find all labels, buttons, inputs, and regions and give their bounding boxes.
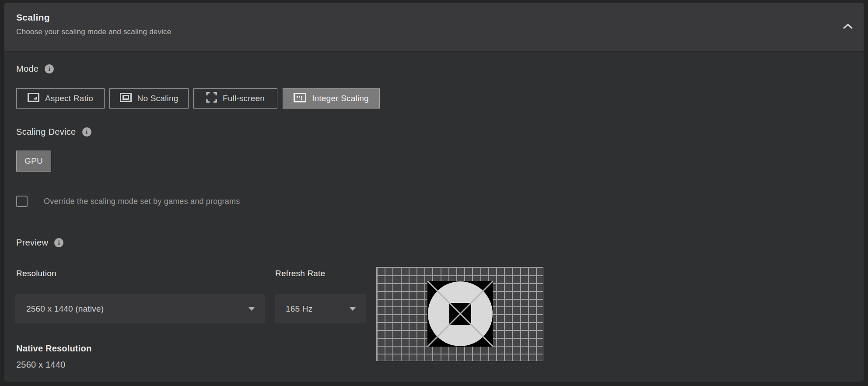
chevron-up-icon (843, 23, 853, 31)
mode-label: Mode (16, 64, 38, 74)
chevron-down-icon (349, 307, 356, 311)
page-subtitle: Choose your scaling mode and scaling dev… (16, 28, 171, 36)
native-resolution-value: 2560 x 1440 (16, 360, 65, 370)
preview-section-label: Preview i (16, 238, 63, 248)
mode-button-full-screen[interactable]: Full-screen (193, 88, 277, 109)
scaling-preview-image (376, 267, 543, 361)
mode-button-label: No Scaling (137, 94, 178, 103)
scaling-settings-panel: Scaling Choose your scaling mode and sca… (4, 3, 864, 382)
collapse-button[interactable] (841, 20, 855, 34)
scaling-device-section-label: Scaling Device i (16, 127, 91, 137)
mode-button-aspect-ratio[interactable]: Aspect Ratio (16, 88, 105, 109)
mode-button-group: Aspect Ratio No Scaling Full-screen (16, 88, 380, 109)
fullscreen-icon (206, 92, 217, 105)
scaling-device-button-gpu[interactable]: GPU (16, 151, 51, 172)
native-resolution-label: Native Resolution (16, 344, 91, 354)
override-checkbox[interactable] (16, 196, 28, 207)
section-header: Scaling Choose your scaling mode and sca… (4, 3, 864, 52)
override-row: Override the scaling mode set by games a… (16, 196, 240, 207)
mode-button-integer-scaling[interactable]: Integer Scaling (283, 88, 380, 109)
test-pattern-graphic (427, 281, 493, 347)
chevron-down-icon (248, 307, 255, 311)
mode-button-label: Full-screen (223, 94, 265, 103)
preview-label: Preview (16, 238, 48, 248)
aspect-ratio-icon (28, 93, 39, 104)
resolution-value: 2560 x 1440 (native) (26, 304, 104, 314)
resolution-label: Resolution (16, 269, 56, 278)
page-title: Scaling (16, 12, 50, 23)
info-icon[interactable]: i (45, 64, 54, 74)
refresh-rate-label: Refresh Rate (275, 269, 325, 278)
integer-scaling-icon (294, 93, 306, 105)
info-icon[interactable]: i (54, 238, 63, 247)
no-scaling-icon (120, 93, 132, 104)
refresh-rate-dropdown[interactable]: 165 Hz (275, 294, 366, 323)
scaling-device-label: Scaling Device (16, 127, 76, 137)
gpu-button-label: GPU (24, 156, 43, 166)
mode-button-label: Integer Scaling (312, 94, 369, 103)
resolution-dropdown[interactable]: 2560 x 1440 (native) (15, 294, 265, 323)
mode-section-label: Mode i (16, 64, 54, 74)
override-label: Override the scaling mode set by games a… (44, 197, 240, 206)
mode-button-label: Aspect Ratio (45, 94, 93, 103)
info-icon[interactable]: i (82, 127, 91, 137)
refresh-rate-value: 165 Hz (286, 304, 312, 314)
mode-button-no-scaling[interactable]: No Scaling (109, 88, 189, 109)
